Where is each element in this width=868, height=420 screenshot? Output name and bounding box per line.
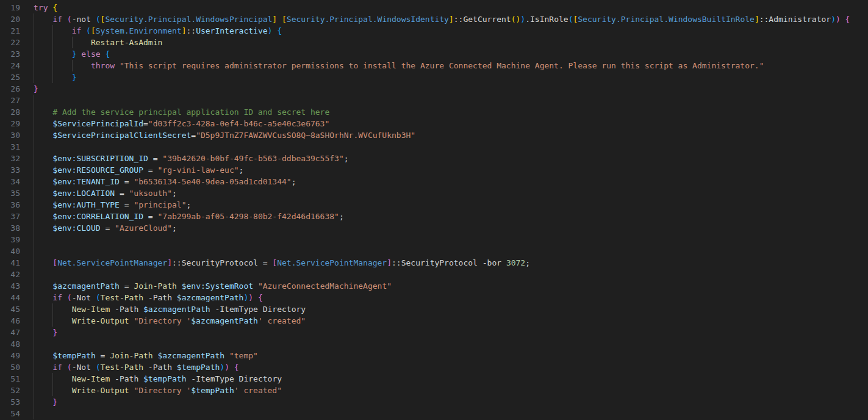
code-line[interactable]: 31 xyxy=(0,141,868,153)
line-number[interactable]: 20 xyxy=(0,13,20,25)
code-editor[interactable]: 19try {20 if (-not ([Security.Principal.… xyxy=(0,0,868,420)
code-token: Test-Path xyxy=(101,363,143,372)
code-token: ) xyxy=(831,15,836,24)
line-number[interactable]: 24 xyxy=(0,60,20,71)
code-line[interactable]: 50 if (-Not (Test-Path -Path $tempPath))… xyxy=(0,361,868,373)
line-number[interactable]: 50 xyxy=(0,361,20,373)
line-number[interactable]: 51 xyxy=(0,373,20,385)
code-line[interactable]: 54 xyxy=(0,408,868,419)
code-token: Net.ServicePointManager xyxy=(277,258,387,267)
code-line[interactable]: 47 } xyxy=(0,327,868,338)
code-line-content: $env:CORRELATION_ID = "7ab299ab-af05-429… xyxy=(34,211,344,222)
line-number[interactable]: 27 xyxy=(0,95,20,106)
code-line[interactable]: 40 xyxy=(0,245,868,257)
code-line[interactable]: 49 $tempPath = Join-Path $azcmagentPath … xyxy=(0,350,868,361)
line-number[interactable]: 54 xyxy=(0,408,20,419)
indent-guide xyxy=(34,269,34,280)
code-area[interactable]: 19try {20 if (-not ([Security.Principal.… xyxy=(0,2,868,419)
code-line-content: New-Item -Path $azcmagentPath -ItemType … xyxy=(34,303,306,315)
line-number[interactable]: 34 xyxy=(0,176,20,187)
code-token xyxy=(34,397,52,407)
code-line[interactable]: 26} xyxy=(0,83,868,95)
code-line[interactable]: 29 $ServicePrincipalId="d03ff2c3-428a-0e… xyxy=(0,118,868,129)
line-number[interactable]: 47 xyxy=(0,327,20,338)
line-number[interactable]: 45 xyxy=(0,303,20,315)
code-line[interactable]: 32 $env:SUBSCRIPTION_ID = "39b42620-b0bf… xyxy=(0,153,868,164)
line-number[interactable]: 21 xyxy=(0,25,20,37)
line-number[interactable]: 35 xyxy=(0,187,20,199)
line-number[interactable]: 31 xyxy=(0,141,20,153)
line-number[interactable]: 48 xyxy=(0,338,20,350)
line-number[interactable]: 32 xyxy=(0,153,20,164)
line-number[interactable]: 23 xyxy=(0,48,20,60)
line-number[interactable]: 22 xyxy=(0,37,20,48)
code-line[interactable]: 27 xyxy=(0,95,868,106)
line-number[interactable]: 42 xyxy=(0,269,20,280)
code-line[interactable]: 43 $azcmagentPath = Join-Path $env:Syste… xyxy=(0,280,868,292)
line-number[interactable]: 25 xyxy=(0,71,20,83)
line-number[interactable]: 33 xyxy=(0,164,20,176)
code-token: $env:AUTH_TYPE xyxy=(52,200,120,209)
code-line[interactable]: 33 $env:RESOURCE_GROUP = "rg-vini-law-eu… xyxy=(0,164,868,176)
line-number[interactable]: 40 xyxy=(0,245,20,257)
code-line[interactable]: 20 if (-not ([Security.Principal.Windows… xyxy=(0,13,868,25)
code-token xyxy=(34,386,72,395)
code-line[interactable]: 42 xyxy=(0,269,868,280)
line-number[interactable]: 46 xyxy=(0,315,20,327)
line-number[interactable]: 43 xyxy=(0,280,20,292)
code-token: ( xyxy=(67,363,72,372)
line-number[interactable]: 49 xyxy=(0,350,20,361)
code-line[interactable]: 23 } else { xyxy=(0,48,868,60)
code-line[interactable]: 41 [Net.ServicePointManager]::SecurityPr… xyxy=(0,257,868,269)
code-line[interactable]: 48 xyxy=(0,338,868,350)
code-line[interactable]: 19try { xyxy=(0,2,868,13)
code-token xyxy=(34,26,72,35)
code-line[interactable]: 46 Write-Output "Directory '$azcmagentPa… xyxy=(0,315,868,327)
code-token: ; xyxy=(344,154,349,163)
code-line[interactable]: 30 $ServicePrincipalClientSecret="D5p9JT… xyxy=(0,129,868,141)
code-token xyxy=(841,15,845,24)
code-line[interactable]: 21 if ([System.Environment]::UserInterac… xyxy=(0,25,868,37)
code-line[interactable]: 36 $env:AUTH_TYPE = "principal"; xyxy=(0,199,868,211)
line-number[interactable]: 30 xyxy=(0,129,20,141)
code-token: Write-Output xyxy=(72,316,129,325)
code-token: ( xyxy=(67,293,72,302)
line-number[interactable]: 41 xyxy=(0,257,20,269)
code-line[interactable]: 44 if (-Not (Test-Path -Path $azcmagentP… xyxy=(0,292,868,303)
code-line[interactable]: 37 $env:CORRELATION_ID = "7ab299ab-af05-… xyxy=(0,211,868,222)
line-number[interactable]: 36 xyxy=(0,199,20,211)
code-line[interactable]: 35 $env:LOCATION = "uksouth"; xyxy=(0,187,868,199)
line-number[interactable]: 53 xyxy=(0,396,20,408)
code-line[interactable]: 51 New-Item -Path $tempPath -ItemType Di… xyxy=(0,373,868,385)
code-token xyxy=(34,212,52,221)
code-line[interactable]: 38 $env:CLOUD = "AzureCloud"; xyxy=(0,222,868,234)
code-line[interactable]: 25 } xyxy=(0,71,868,83)
code-line[interactable]: 39 xyxy=(0,234,868,245)
line-number[interactable]: 52 xyxy=(0,385,20,396)
code-line[interactable]: 45 New-Item -Path $azcmagentPath -ItemTy… xyxy=(0,303,868,315)
code-token xyxy=(34,258,52,267)
code-token xyxy=(34,119,52,128)
code-line[interactable]: 22 Restart-AsAdmin xyxy=(0,37,868,48)
code-line[interactable]: 24 throw "This script requires administr… xyxy=(0,60,868,71)
code-line[interactable]: 28 # Add the service principal applicati… xyxy=(0,106,868,118)
code-token xyxy=(34,154,52,163)
code-line[interactable]: 34 $env:TENANT_ID = "b6536134-5e40-9dea-… xyxy=(0,176,868,187)
code-token: ::SecurityProtocol = xyxy=(172,258,272,267)
code-token: $azcmagentPath xyxy=(191,316,258,325)
line-number[interactable]: 38 xyxy=(0,222,20,234)
code-token xyxy=(34,38,91,47)
code-line[interactable]: 53 } xyxy=(0,396,868,408)
code-line[interactable]: 52 Write-Output "Directory '$tempPath' c… xyxy=(0,385,868,396)
line-number[interactable]: 26 xyxy=(0,83,20,95)
code-line-content: $env:LOCATION = "uksouth"; xyxy=(34,187,177,199)
line-number[interactable]: 37 xyxy=(0,211,20,222)
line-number[interactable]: 19 xyxy=(0,2,20,13)
line-number[interactable]: 44 xyxy=(0,292,20,303)
line-number[interactable]: 39 xyxy=(0,234,20,245)
code-token: ] xyxy=(167,258,172,267)
line-number[interactable]: 29 xyxy=(0,118,20,129)
code-token xyxy=(115,61,120,70)
line-number[interactable]: 28 xyxy=(0,106,20,118)
code-token: "D5p9JTnZ7FAWZWVCusSO8Q~8aSHOrhNr.WVCufU… xyxy=(196,131,415,140)
